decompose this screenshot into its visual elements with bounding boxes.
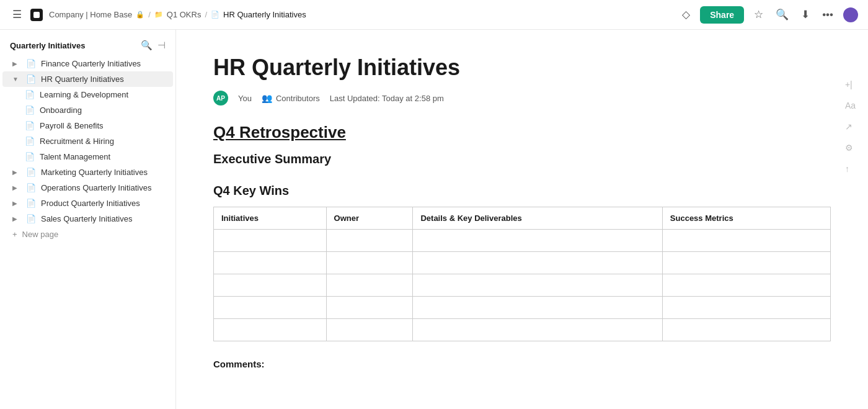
cell-initiatives-2[interactable] (214, 252, 327, 274)
cell-details-4[interactable] (413, 297, 662, 319)
sidebar-item-marketing[interactable]: ▶ 📄 Marketing Quarterly Initiatives (2, 164, 173, 180)
col-details: Details & Key Deliverables (413, 207, 662, 230)
cell-owner-2[interactable] (326, 252, 413, 274)
link-icon[interactable]: ↗ (845, 122, 856, 132)
settings-icon[interactable]: ⚙ (845, 143, 856, 153)
cell-success-2[interactable] (662, 252, 830, 274)
doc-icon-sales: 📄 (26, 214, 36, 223)
sidebar-item-hr[interactable]: ▼ 📄 HR Quarterly Initiatives (2, 71, 173, 87)
add-column-icon[interactable]: +| (845, 79, 856, 89)
sidebar-label-onboarding: Onboarding (40, 106, 163, 115)
key-wins-table-wrapper: Initiatives Owner Details & Key Delivera… (213, 207, 831, 341)
expand-icon-product: ▶ (12, 200, 21, 207)
contributors-icon: 👥 (262, 93, 272, 103)
col-owner: Owner (326, 207, 413, 230)
cell-owner-4[interactable] (326, 297, 413, 319)
col-initiatives: Initiatives (214, 207, 327, 230)
doc-icon-finance: 📄 (26, 59, 36, 68)
sidebar-item-onboarding[interactable]: 📄 Onboarding (2, 102, 173, 118)
topbar-left: ☰ Company | Home Base 🔒 / 📁 Q1 OKRs / 📄 … (10, 6, 306, 24)
sidebar-label-talent: Talent Management (40, 152, 163, 161)
share-alt-icon[interactable]: ↑ (845, 164, 856, 174)
sidebar-item-talent[interactable]: 📄 Talent Management (2, 149, 173, 164)
new-page-label: New page (22, 230, 59, 239)
search-button[interactable]: 🔍 (773, 6, 791, 24)
section-heading-retrospective: Q4 Retrospective (213, 123, 831, 142)
sidebar-header: Quarterly Initiatives 🔍 ⊣ (0, 37, 175, 56)
sidebar-label-sales: Sales Quarterly Initiatives (41, 214, 163, 223)
cell-details-1[interactable] (413, 230, 662, 252)
star-button[interactable]: ☆ (751, 6, 766, 24)
col-success: Success Metrics (662, 207, 830, 230)
cell-initiatives-3[interactable] (214, 274, 327, 297)
cell-initiatives-1[interactable] (214, 230, 327, 252)
breadcrumb-q1okrs[interactable]: Q1 OKRs (167, 10, 202, 19)
table-row (214, 319, 831, 341)
section-heading-executive: Executive Summary (213, 152, 831, 166)
table-row (214, 274, 831, 297)
expand-icon-hr: ▼ (12, 76, 21, 83)
doc-icon-marketing: 📄 (26, 168, 36, 177)
cell-owner-5[interactable] (326, 319, 413, 341)
cell-details-2[interactable] (413, 252, 662, 274)
cell-initiatives-5[interactable] (214, 319, 327, 341)
new-page-button[interactable]: + New page (2, 227, 173, 242)
you-label: You (238, 94, 252, 103)
sidebar-item-operations[interactable]: ▶ 📄 Operations Quarterly Initiatives (2, 180, 173, 196)
sidebar-label-finance: Finance Quarterly Initiatives (41, 59, 163, 68)
last-updated: Last Updated: Today at 2:58 pm (330, 94, 444, 103)
sidebar-item-learning[interactable]: 📄 Learning & Development (2, 87, 173, 102)
meta-row: AP You 👥 Contributors Last Updated: Toda… (213, 91, 831, 106)
expand-icon-marketing: ▶ (12, 169, 21, 176)
sidebar-item-product[interactable]: ▶ 📄 Product Quarterly Initiatives (2, 196, 173, 211)
plus-icon: + (12, 230, 17, 239)
sidebar-item-sales[interactable]: ▶ 📄 Sales Quarterly Initiatives (2, 211, 173, 227)
cell-details-3[interactable] (413, 274, 662, 297)
sidebar-item-payroll[interactable]: 📄 Payroll & Benefits (2, 118, 173, 133)
doc-icon-operations: 📄 (26, 183, 36, 192)
sidebar-header-icons: 🔍 ⊣ (141, 40, 166, 51)
app-logo (30, 9, 43, 21)
author-avatar: AP (213, 91, 228, 106)
menu-button[interactable]: ☰ (10, 6, 24, 24)
doc-icon-product: 📄 (26, 199, 36, 208)
cell-success-4[interactable] (662, 297, 830, 319)
topbar-right: ◇ Share ☆ 🔍 ⬇ ••• (680, 6, 858, 24)
more-button[interactable]: ••• (820, 6, 836, 24)
cell-owner-3[interactable] (326, 274, 413, 297)
user-avatar (843, 7, 858, 22)
doc-icon-hr: 📄 (26, 74, 36, 84)
table-row (214, 252, 831, 274)
cell-success-1[interactable] (662, 230, 830, 252)
avatar-initials: AP (216, 95, 225, 102)
bookmark-button[interactable]: ◇ (680, 6, 693, 24)
table-row (214, 297, 831, 319)
cell-details-5[interactable] (413, 319, 662, 341)
sidebar-item-recruitment[interactable]: 📄 Recruitment & Hiring (2, 133, 173, 149)
main-layout: Quarterly Initiatives 🔍 ⊣ ▶ 📄 Finance Qu… (0, 30, 868, 409)
cell-success-3[interactable] (662, 274, 830, 297)
sidebar-search-icon[interactable]: 🔍 (141, 40, 153, 51)
format-text-icon[interactable]: Aa (845, 101, 856, 110)
sidebar-collapse-icon[interactable]: ⊣ (157, 40, 166, 51)
table-row (214, 230, 831, 252)
sidebar-label-operations: Operations Quarterly Initiatives (41, 183, 163, 192)
sidebar-item-finance[interactable]: ▶ 📄 Finance Quarterly Initiatives (2, 56, 173, 71)
cell-success-5[interactable] (662, 319, 830, 341)
sidebar-label-payroll: Payroll & Benefits (40, 121, 163, 130)
share-button[interactable]: Share (700, 6, 744, 24)
breadcrumb-current[interactable]: HR Quarterly Initiatives (223, 10, 306, 19)
sidebar-label-recruitment: Recruitment & Hiring (40, 137, 163, 146)
expand-icon-sales: ▶ (12, 215, 21, 222)
sidebar-label-marketing: Marketing Quarterly Initiatives (41, 168, 163, 177)
cell-initiatives-4[interactable] (214, 297, 327, 319)
breadcrumb-company[interactable]: Company | Home Base (49, 10, 132, 19)
sidebar-label-hr: HR Quarterly Initiatives (41, 74, 163, 84)
download-button[interactable]: ⬇ (799, 6, 812, 24)
comments-label: Comments: (213, 359, 831, 369)
sidebar-label-learning: Learning & Development (40, 90, 163, 99)
table-header-row: Initiatives Owner Details & Key Delivera… (214, 207, 831, 230)
cell-owner-1[interactable] (326, 230, 413, 252)
contributors: 👥 Contributors (262, 93, 320, 103)
doc-icon-payroll: 📄 (25, 121, 35, 130)
